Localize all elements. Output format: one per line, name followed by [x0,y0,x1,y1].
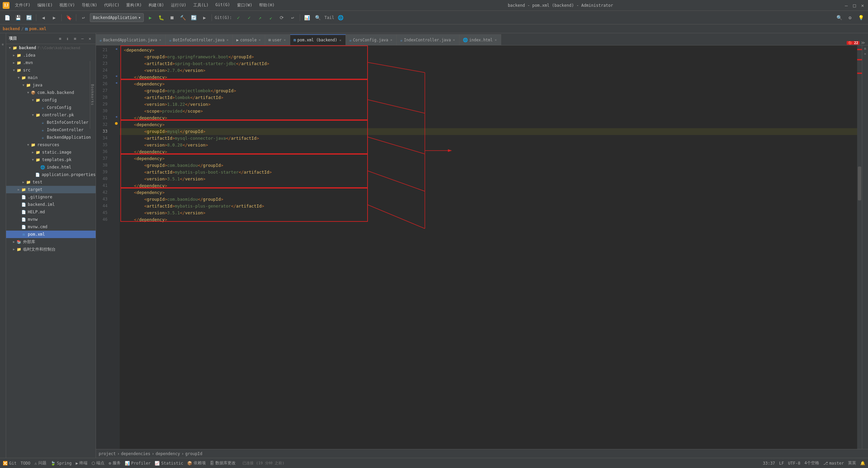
breadcrumb-path-project[interactable]: project [99,451,116,456]
analyze-button[interactable]: 🔍 [314,13,322,22]
structure-panel-icon[interactable]: ≡ [1,36,5,53]
stop-button[interactable]: ⏹ [167,13,176,22]
search-everywhere-button[interactable]: 🔍 [835,13,844,22]
tab-index-html[interactable]: 🌐 index.html ✕ [459,34,501,45]
status-db-changes[interactable]: 🗄 数据库更改 [210,460,236,466]
git-check-button[interactable]: ✓ [234,13,243,22]
status-position[interactable]: 33:37 [763,461,775,466]
notification-button[interactable]: 🔔 [860,461,865,466]
ide-features-button[interactable]: 💡 [856,13,865,22]
tree-item-external-lib[interactable]: ▶ 📚 外部库 [6,238,96,246]
tab-bot-info[interactable]: ☕ BotInfoController.java ✕ [166,34,233,45]
code-area[interactable]: <dependency> <groupId>org.springframewor… [120,45,857,449]
breadcrumb-backend[interactable]: backend [3,26,20,31]
tree-item-target[interactable]: ▶ 📁 target [6,186,96,193]
new-file-button[interactable]: 📄 [3,13,12,22]
status-encoding[interactable]: UTF-8 [788,461,800,466]
menu-window[interactable]: 窗口(W) [234,2,255,9]
status-problems[interactable]: ⚠ 问题 [35,460,46,466]
status-todo[interactable]: TODO [21,461,31,466]
tree-item-mvnw-cmd[interactable]: 📄 mvnw.cmd [6,223,96,231]
right-icon-m[interactable]: m [864,47,866,51]
tab-close-cors[interactable]: ✕ [390,38,393,42]
tree-item-com-kob[interactable]: ▼ 📦 com.kob.backend [6,89,96,96]
status-indent[interactable]: 4个空格 [804,460,819,466]
tree-item-src[interactable]: ▼ 📁 src [6,66,96,74]
tab-backend-application[interactable]: ☕ BackendApplication.java ✕ [96,34,166,45]
tab-close-bot-info[interactable]: ✕ [226,38,229,42]
save-button[interactable]: 💾 [14,13,22,22]
status-statistic[interactable]: 📈 Statistic [155,461,183,466]
menu-git[interactable]: Git(G) [213,2,233,9]
tree-item-main[interactable]: ▼ 📁 main [6,74,96,81]
reload-button[interactable]: 🔄 [189,13,198,22]
maven-button[interactable]: ▶ [200,13,209,22]
menu-navigate[interactable]: 导航(N) [79,2,100,9]
git-history-button[interactable]: ⟳ [277,13,286,22]
tree-item-mvnw[interactable]: 📄 mvnw [6,216,96,223]
translate-button[interactable]: 🌐 [336,13,345,22]
refresh-button[interactable]: 🔄 [24,13,33,22]
run-config-selector[interactable]: BackendApplication ▾ [90,13,144,22]
tab-cors-config[interactable]: ☕ CorsConfig.java ✕ [346,34,397,45]
status-profiler[interactable]: 📊 Profiler [125,461,151,466]
sidebar-collapse-button[interactable]: – [79,36,85,42]
tree-item-backend[interactable]: ▼ 📁 backend F:\Code\kob\backend [6,44,96,52]
undo-button[interactable]: ↩ [79,13,88,22]
tree-item-idea[interactable]: ▶ 📁 .idea [6,52,96,59]
minimize-button[interactable]: — [844,3,849,8]
menu-tools[interactable]: 工具(L) [191,2,212,9]
menu-file[interactable]: 文件(F) [12,2,33,9]
tab-close-user[interactable]: ✕ [283,38,287,42]
breadcrumb-pomxml[interactable]: pom.xml [29,26,46,31]
tree-item-static[interactable]: ▶ 📁 static.image [6,149,96,156]
tree-item-controller[interactable]: ▼ 📁 controller.pk [6,111,96,119]
tab-close-backend-app[interactable]: ✕ [158,38,162,42]
status-lf[interactable]: LF [779,461,784,466]
tree-item-temp-files[interactable]: ▶ 📁 临时文件和控制台 [6,246,96,253]
scrollbar-area[interactable] [857,45,862,449]
sidebar-sort-button[interactable]: ↕ [64,36,71,42]
sidebar-close-button[interactable]: ✕ [87,36,93,42]
breadcrumb-path-dependencies[interactable]: dependencies [121,451,151,456]
sidebar-filter-button[interactable]: ≡ [72,36,78,42]
menu-code[interactable]: 代码(C) [101,2,122,9]
menu-edit[interactable]: 编辑(E) [35,2,56,9]
git-push-button[interactable]: ↗ [256,13,264,22]
tree-item-index-html[interactable]: 🌐 index.html [6,163,96,171]
breadcrumb-path-dependency[interactable]: dependency [156,451,180,456]
tab-console[interactable]: ▶ console ✕ [233,34,265,45]
tree-item-corsconfig[interactable]: ☕ CorsConfig [6,104,96,111]
scrollbar-thumb[interactable] [858,167,861,200]
tree-item-config[interactable]: ▼ 📁 config [6,96,96,104]
status-endpoints[interactable]: ⬡ 端点 [92,460,104,466]
tab-close-index-ctrl[interactable]: ✕ [452,38,456,42]
status-spring[interactable]: 🍃 Spring [51,461,72,466]
breadcrumb-path-groupid[interactable]: groupId [185,451,202,456]
status-services[interactable]: ⚙ 服务 [108,460,120,466]
tab-user[interactable]: ⊞ user ✕ [265,34,290,45]
bookmark-button[interactable]: 🔖 [64,13,73,22]
tree-item-java[interactable]: ▼ 📁 java [6,81,96,89]
back-button[interactable]: ◀ [39,13,48,22]
menu-build[interactable]: 构建(B) [146,2,167,9]
tab-close-console[interactable]: ✕ [258,38,261,42]
settings-button[interactable]: ⚙ [846,13,854,22]
tree-item-test[interactable]: ▶ 📁 test [6,178,96,186]
coverage-button[interactable]: 📊 [303,13,312,22]
tree-item-mvn[interactable]: ▶ 📁 .mvn [6,59,96,66]
tree-item-resources[interactable]: ▼ 📁 resources [6,141,96,149]
tree-item-backend-app[interactable]: ☕ BackendApplication [6,134,96,141]
tab-index-controller[interactable]: ☕ IndexController.java ✕ [397,34,459,45]
menu-refactor[interactable]: 重构(R) [123,2,144,9]
build-button[interactable]: 🔨 [178,13,187,22]
debug-button[interactable]: 🐛 [157,13,165,22]
tree-item-gitignore[interactable]: 📄 .gitignore [6,193,96,201]
tree-item-help-md[interactable]: 📄 HELP.md [6,208,96,216]
status-lang[interactable]: 英英 [848,460,856,466]
forward-button[interactable]: ▶ [50,13,59,22]
menu-view[interactable]: 视图(V) [57,2,78,9]
menu-run[interactable]: 运行(U) [168,2,189,9]
close-button[interactable]: ✕ [860,3,865,8]
status-terminal[interactable]: ▶ 终端 [76,460,87,466]
